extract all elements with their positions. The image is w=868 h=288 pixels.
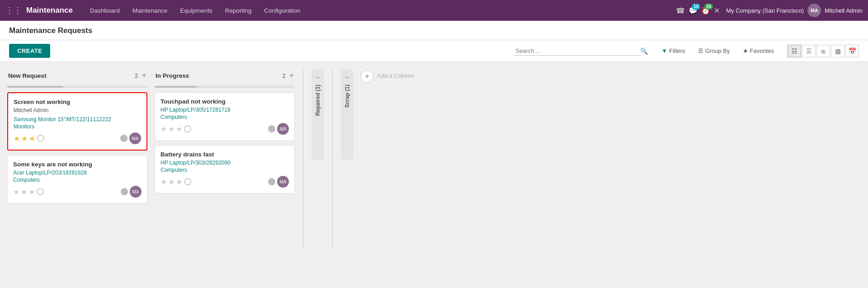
user-name: Mitchell Admin [825,7,863,14]
kanban-board: New Request 2 + Screen not working Mitch… [0,62,868,288]
favorites-button[interactable]: ★ Favorites [740,46,777,56]
star-4-3: ★ [176,178,182,186]
card-status-circle-4[interactable] [184,178,191,185]
card-stars-3[interactable]: ★ ★ ★ [160,125,182,133]
card-status-circle-3[interactable] [184,125,191,132]
add-in-progress-button[interactable]: + [289,71,294,80]
star-1-1: ★ [14,134,20,143]
filters-button[interactable]: ▼ Filters [659,46,688,56]
card-stars-4[interactable]: ★ ★ ★ [160,178,182,186]
kanban-view-button[interactable]: ☷ [788,45,801,57]
kanban-col-repaired[interactable]: − Repaired (1) [311,69,324,160]
nav-equipments[interactable]: Equipments [174,0,218,21]
search-wrap: 🔍 [514,47,648,56]
star-1-2: ★ [21,134,28,143]
card-action-circle-1[interactable] [120,135,127,142]
col-divider-2 [332,69,333,250]
card-title-2: Some keys are not working [13,161,142,168]
card-stars-2[interactable]: ★ ★ ★ [13,188,35,196]
progress-bar-in-progress [155,86,295,88]
card-stars-1[interactable]: ★ ★ ★ [14,134,35,143]
filter-icon: ▼ [661,47,667,54]
star-2-2: ★ [21,188,27,196]
groupby-button[interactable]: ☰ Group By [695,46,733,56]
col-header-new-request: New Request 2 + [7,69,147,82]
view-switcher: ☷ ☰ ≣ ▩ 📅 [788,45,859,57]
main-menu: Dashboard Maintenance Equipments Reporti… [84,0,676,21]
close-icon[interactable]: ✕ [714,6,720,15]
kanban-col-scrap[interactable]: − Scrap (1) [341,69,354,160]
calendar-view-button[interactable]: 📅 [845,45,859,57]
messages-badge-wrap[interactable]: 💬 10 [689,6,698,15]
create-button[interactable]: CREATE [9,44,50,58]
search-icon[interactable]: 🔍 [640,47,648,55]
activities-badge-wrap[interactable]: ⏰ 26 [701,6,710,15]
filters-label: Filters [669,47,685,54]
avatar[interactable]: MA [807,4,821,17]
progress-bar-new-request [7,86,147,88]
nav-reporting[interactable]: Reporting [219,0,258,21]
card-status-circle-1[interactable] [37,135,44,142]
kanban-col-in-progress: In Progress 2 + Touchpad not working HP … [155,69,295,198]
nav-configuration[interactable]: Configuration [258,0,307,21]
card-footer-4: ★ ★ ★ MA [160,176,289,188]
kanban-col-new-request: New Request 2 + Screen not working Mitch… [7,69,147,208]
card-action-circle-4[interactable] [268,178,275,185]
card-category-3: Computers [160,114,289,120]
card-footer-1: ★ ★ ★ MA [14,132,141,144]
favorites-icon: ★ [743,47,748,54]
kanban-card-screen-not-working[interactable]: Screen not working Mitchell Admin Samsun… [7,92,147,151]
table-view-button[interactable]: ≣ [816,45,830,57]
col-title-new-request: New Request [8,72,47,79]
card-action-circle-2[interactable] [121,188,128,195]
card-title-3: Touchpad not working [160,98,289,105]
groupby-icon: ☰ [698,47,703,54]
list-view-button[interactable]: ☰ [802,45,816,57]
star-3-3: ★ [176,125,182,133]
card-avatar-1[interactable]: MA [129,132,141,144]
card-device-3: HP Laptop/LP/305/17281718 [160,107,289,113]
card-avatar-3[interactable]: MA [277,123,289,135]
card-avatar-4[interactable]: MA [277,176,289,188]
star-3-2: ★ [168,125,175,133]
star-4-2: ★ [168,178,175,186]
col-header-in-progress: In Progress 2 + [155,69,295,82]
card-category-1: Monitors [14,123,141,130]
main-header: Maintenance Requests [0,21,868,40]
add-column-area: + Add a Column [361,69,433,83]
company-name: My Company (San Francisco) [726,7,804,14]
kanban-card-battery[interactable]: Battery drains fast HP Laptop/LP/303/282… [155,145,295,194]
kanban-card-keys-not-working[interactable]: Some keys are not working Acer Laptop/LP… [7,155,147,203]
nav-maintenance[interactable]: Maintenance [126,0,174,21]
card-footer-2: ★ ★ ★ MA [13,186,142,198]
nav-dashboard[interactable]: Dashboard [84,0,126,21]
card-status-circle-2[interactable] [37,188,44,195]
card-device-1: Samsung Monitor 15"/MT/122/11112222 [14,116,141,123]
col-count-new-request: 2 [135,72,138,79]
add-column-button[interactable]: + [361,70,373,83]
card-title-1: Screen not working [14,99,141,105]
star-2-3: ★ [28,188,35,196]
add-new-request-button[interactable]: + [142,71,146,80]
progress-fill-in-progress [155,86,197,88]
favorites-label: Favorites [750,47,774,54]
toolbar: CREATE 🔍 ▼ Filters ☰ Group By ★ Favorite… [0,40,868,62]
card-action-circle-3[interactable] [268,125,275,132]
phone-icon[interactable]: ☎ [676,6,685,15]
page-title: Maintenance Requests [9,26,859,35]
card-device-2: Acer Laptop/LP/203/19281928 [13,170,142,176]
col-divider-1 [303,69,303,250]
card-device-4: HP Laptop/LP/303/28292090 [160,160,289,166]
kanban-card-touchpad[interactable]: Touchpad not working HP Laptop/LP/305/17… [155,92,295,141]
add-column-label: Add a Column [377,70,414,79]
card-footer-3: ★ ★ ★ MA [160,123,289,135]
card-avatar-2[interactable]: MA [130,186,142,198]
chart-view-button[interactable]: ▩ [831,45,844,57]
activities-count: 26 [704,4,713,9]
card-category-4: Computers [160,167,289,173]
apps-icon[interactable]: ⋮⋮ [5,5,22,15]
card-title-4: Battery drains fast [160,151,289,158]
col-count-in-progress: 2 [282,72,285,79]
search-input[interactable] [514,47,640,56]
star-3-1: ★ [160,125,167,133]
